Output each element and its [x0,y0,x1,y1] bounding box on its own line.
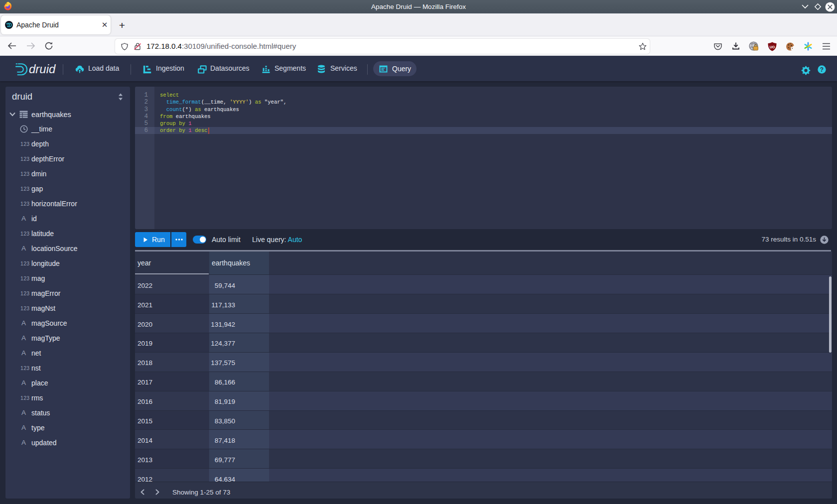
svg-text:UO: UO [770,45,775,49]
svg-text:?: ? [820,66,824,73]
